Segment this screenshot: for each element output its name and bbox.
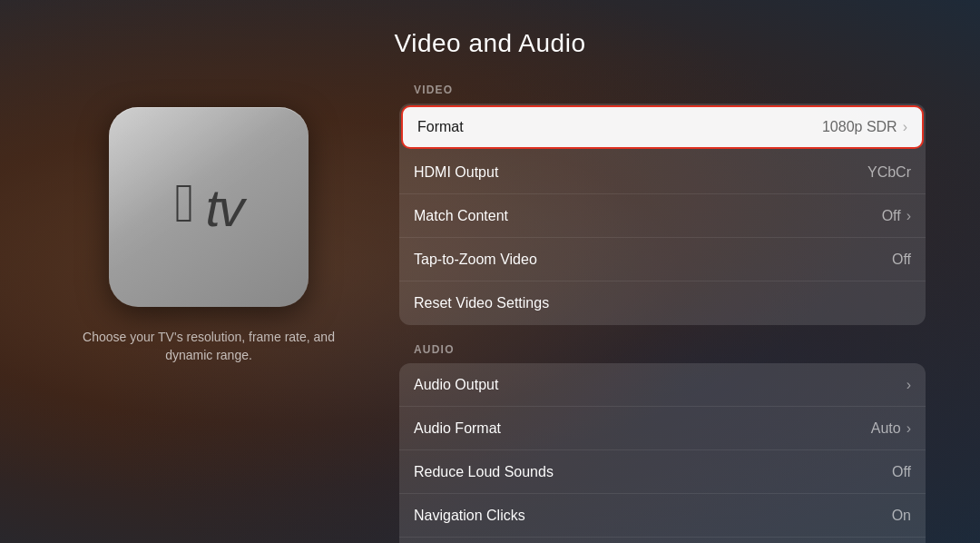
video-settings-group: Format 1080p SDR › HDMI Output YCbCr Mat… xyxy=(399,104,926,325)
reset-video-label: Reset Video Settings xyxy=(414,295,549,311)
format-value: 1080p SDR xyxy=(822,119,897,135)
audio-output-label: Audio Output xyxy=(414,377,498,393)
tap-to-zoom-label: Tap-to-Zoom Video xyxy=(414,252,537,268)
audio-format-value: Auto xyxy=(871,420,901,437)
format-label: Format xyxy=(417,119,464,135)
audio-section-label: AUDIO xyxy=(399,343,926,363)
format-chevron-icon: › xyxy=(903,119,907,135)
navigation-clicks-value: On xyxy=(892,508,911,524)
audio-output-row[interactable]: Audio Output › xyxy=(399,363,926,407)
hdmi-output-right: YCbCr xyxy=(867,164,911,181)
left-panel:  tv Choose your TV's resolution, frame … xyxy=(54,80,363,364)
hdmi-output-row[interactable]: HDMI Output YCbCr xyxy=(399,151,926,194)
apple-logo-icon:  xyxy=(174,176,194,231)
match-content-value: Off xyxy=(882,208,901,224)
tap-to-zoom-right: Off xyxy=(892,252,911,268)
audio-format-right: Auto › xyxy=(871,420,911,437)
hdmi-output-label: HDMI Output xyxy=(414,164,498,181)
hdmi-output-value: YCbCr xyxy=(867,164,911,181)
match-content-chevron-icon: › xyxy=(906,208,911,224)
device-caption: Choose your TV's resolution, frame rate,… xyxy=(82,329,336,364)
tap-to-zoom-value: Off xyxy=(892,252,911,268)
tv-text: tv xyxy=(205,177,242,238)
appletv-device-image:  tv xyxy=(109,107,309,307)
match-content-right: Off › xyxy=(882,208,911,224)
navigation-clicks-right: On xyxy=(892,508,911,524)
navigation-clicks-label: Navigation Clicks xyxy=(414,508,525,524)
page-title: Video and Audio xyxy=(395,29,586,58)
match-content-row[interactable]: Match Content Off › xyxy=(399,194,926,238)
content-area:  tv Choose your TV's resolution, frame … xyxy=(0,80,980,543)
appletv-logo:  tv xyxy=(174,177,242,238)
format-right: 1080p SDR › xyxy=(822,119,907,135)
audio-format-label: Audio Format xyxy=(414,420,501,437)
audio-output-chevron-icon: › xyxy=(906,377,911,393)
reduce-loud-sounds-right: Off xyxy=(892,464,911,480)
tap-to-zoom-row[interactable]: Tap-to-Zoom Video Off xyxy=(399,238,926,281)
right-panel: VIDEO Format 1080p SDR › HDMI Output YCb… xyxy=(399,80,926,543)
audio-format-row[interactable]: Audio Format Auto › xyxy=(399,407,926,450)
reduce-loud-sounds-row[interactable]: Reduce Loud Sounds Off xyxy=(399,450,926,494)
navigation-clicks-row[interactable]: Navigation Clicks On xyxy=(399,494,926,538)
audio-format-chevron-icon: › xyxy=(906,420,911,437)
sound-effects-row[interactable]: Sound Effects and Music xyxy=(399,538,926,543)
audio-settings-group: Audio Output › Audio Format Auto › Reduc… xyxy=(399,363,926,543)
reset-video-row[interactable]: Reset Video Settings xyxy=(399,281,926,325)
reduce-loud-sounds-label: Reduce Loud Sounds xyxy=(414,464,554,480)
main-container: Video and Audio  tv Choose your TV's re… xyxy=(0,0,980,543)
audio-output-right: › xyxy=(906,377,911,393)
reduce-loud-sounds-value: Off xyxy=(892,464,911,480)
video-section-label: VIDEO xyxy=(399,84,926,104)
match-content-label: Match Content xyxy=(414,208,508,224)
format-row[interactable]: Format 1080p SDR › xyxy=(401,105,924,149)
